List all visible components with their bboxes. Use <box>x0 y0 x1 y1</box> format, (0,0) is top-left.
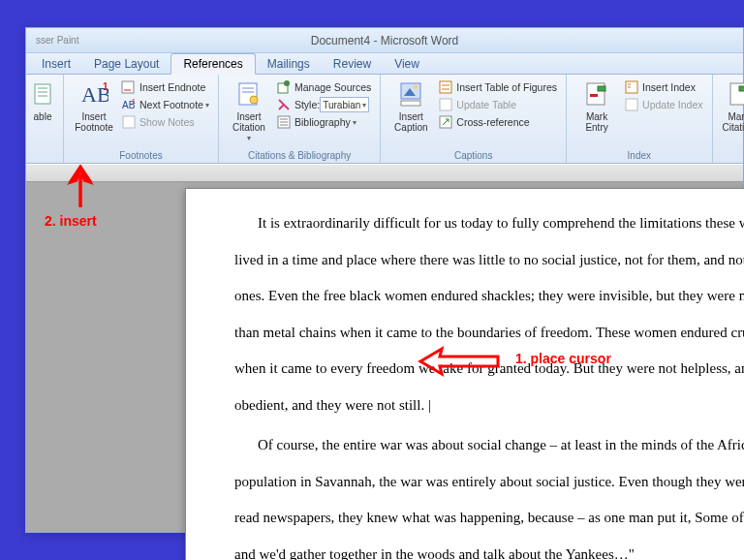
insert-caption-button[interactable]: Insert Caption <box>387 77 435 135</box>
tab-review[interactable]: Review <box>322 54 383 74</box>
style-select[interactable]: Turabian <box>320 97 369 112</box>
insert-citation-button[interactable]: Insert Citation ▾ <box>225 77 273 145</box>
insert-caption-icon <box>398 78 423 109</box>
para1-line4: than metal chains when it came to the bo… <box>234 318 744 349</box>
style-icon <box>276 97 292 112</box>
insert-index-icon <box>624 79 639 95</box>
cross-reference-button[interactable]: Cross-reference <box>435 113 560 131</box>
group-index: Mark Entry Insert Index Update Index <box>567 75 712 163</box>
svg-rect-36 <box>626 99 637 110</box>
next-footnote-button[interactable]: AB1 Next Footnote <box>118 96 212 113</box>
group-toc: able <box>26 75 64 163</box>
citations-stack: Manage Sources Style: Turabian <box>273 77 374 131</box>
update-table-button[interactable]: Update Table <box>435 96 560 113</box>
svg-point-14 <box>250 96 258 104</box>
para2-line1: Of course, the entire war was about soci… <box>234 430 744 461</box>
para2-line3: read newspapers, they knew what was happ… <box>234 503 744 534</box>
update-index-icon <box>624 97 639 112</box>
group-toa: Mark Citation <box>713 75 744 163</box>
para1-line2: lived in a time and place where there wa… <box>234 245 744 276</box>
svg-rect-24 <box>401 101 420 106</box>
citations-group-label: Citations & Bibliography <box>225 150 374 163</box>
para2-line2: population in Savannah, the war was enti… <box>234 467 744 498</box>
ribbon-tabs: Insert Page Layout References Mailings R… <box>26 53 743 75</box>
svg-rect-33 <box>626 81 637 93</box>
tab-insert[interactable]: Insert <box>30 54 82 74</box>
toc-fragment[interactable]: able <box>28 77 57 124</box>
svg-rect-10 <box>123 116 135 128</box>
citation-style-row: Style: Turabian <box>273 96 374 113</box>
mark-entry-icon <box>584 78 609 109</box>
manage-sources-icon <box>276 79 292 95</box>
index-group-label: Index <box>573 150 705 163</box>
insert-endnote-button[interactable]: Insert Endnote <box>118 78 212 96</box>
captions-group-label: Captions <box>387 150 560 163</box>
word-window: sser Paint Document4 - Microsoft Word In… <box>25 27 744 533</box>
svg-text:1: 1 <box>132 98 136 105</box>
svg-rect-6 <box>122 81 134 93</box>
svg-rect-28 <box>440 99 451 110</box>
svg-rect-31 <box>590 94 598 97</box>
index-stack: Insert Index Update Index <box>621 77 705 113</box>
svg-rect-25 <box>440 81 451 93</box>
text-cursor: | <box>424 397 431 413</box>
crossref-icon <box>438 114 453 130</box>
tof-icon <box>438 79 453 95</box>
insert-footnote-icon: AB1 <box>79 78 108 109</box>
svg-rect-32 <box>598 86 605 91</box>
tab-mailings[interactable]: Mailings <box>256 54 322 74</box>
para1-line5: when it came to every freedom we take fo… <box>234 354 744 385</box>
insert-index-button[interactable]: Insert Index <box>621 78 705 96</box>
update-table-icon <box>438 97 453 112</box>
update-index-button[interactable]: Update Index <box>621 96 705 113</box>
document-page[interactable]: It is extraordinarily difficult for us t… <box>185 188 744 560</box>
mark-citation-icon <box>728 78 744 109</box>
group-captions: Insert Caption Insert Table of Figures U… <box>381 75 567 163</box>
mark-citation-button[interactable]: Mark Citation <box>719 77 744 135</box>
footnotes-group-label: Footnotes <box>70 150 212 163</box>
svg-rect-0 <box>35 84 50 104</box>
document-area: It is extraordinarily difficult for us t… <box>26 165 743 532</box>
tab-view[interactable]: View <box>383 54 431 74</box>
qat-hint: sser Paint <box>36 35 78 46</box>
toc-icon <box>33 78 52 109</box>
window-title: Document4 - Microsoft Word <box>311 34 459 47</box>
svg-rect-38 <box>739 86 744 91</box>
manage-sources-button[interactable]: Manage Sources <box>273 78 374 96</box>
tab-page-layout[interactable]: Page Layout <box>82 54 170 74</box>
ribbon: able AB1 Insert Footnote <box>26 75 743 164</box>
tab-references[interactable]: References <box>170 53 255 75</box>
svg-point-23 <box>414 85 418 89</box>
insert-footnote-button[interactable]: AB1 Insert Footnote <box>70 77 118 135</box>
bibliography-icon <box>276 114 292 130</box>
group-citations: Insert Citation ▾ Manage Sources <box>219 75 381 163</box>
show-notes-icon <box>121 114 137 130</box>
captions-stack: Insert Table of Figures Update Table Cro… <box>435 77 560 131</box>
endnote-icon <box>121 79 137 95</box>
show-notes-button[interactable]: Show Notes <box>118 113 212 131</box>
ruler[interactable] <box>26 165 743 182</box>
footnotes-stack: Insert Endnote AB1 Next Footnote Show No… <box>118 77 212 131</box>
para1-line1: It is extraordinarily difficult for us t… <box>234 208 744 239</box>
bibliography-button[interactable]: Bibliography <box>273 113 374 131</box>
titlebar: sser Paint Document4 - Microsoft Word <box>26 28 743 53</box>
para2-line4: and we'd gather together in the woods an… <box>234 540 744 561</box>
insert-citation-icon <box>236 78 262 109</box>
svg-point-16 <box>284 80 290 86</box>
group-footnotes: AB1 Insert Footnote Insert Endnote AB1 <box>64 75 219 163</box>
svg-text:1: 1 <box>103 81 108 92</box>
mark-entry-button[interactable]: Mark Entry <box>573 77 621 135</box>
next-footnote-icon: AB1 <box>121 97 137 112</box>
para1-line3: ones. Even the free black women endured … <box>234 281 744 312</box>
insert-table-figures-button[interactable]: Insert Table of Figures <box>435 78 560 96</box>
para1-line6: obedient, and they were not still. | <box>234 390 744 421</box>
